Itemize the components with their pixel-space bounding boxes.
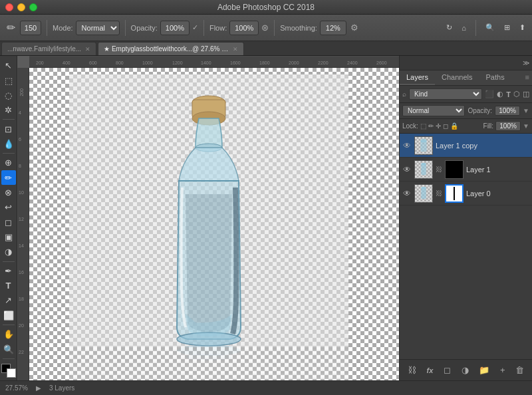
smoothing-input[interactable] — [320, 21, 346, 35]
lock-transparent[interactable]: ⬚ — [420, 122, 426, 130]
svg-text:1200: 1200 — [172, 61, 183, 65]
tool-type[interactable]: T — [1, 279, 16, 293]
svg-text:800: 800 — [116, 61, 124, 65]
filter-icon-shape[interactable]: ⬡ — [513, 90, 520, 98]
mode-select[interactable]: Normal — [76, 21, 120, 35]
tool-heal[interactable]: ⊕ — [1, 156, 16, 170]
search-icon[interactable]: 🔍 — [483, 22, 497, 33]
filter-icon-smart[interactable]: ◫ — [523, 90, 529, 98]
layers-panel-menu[interactable]: ≡ — [523, 70, 532, 85]
lock-position[interactable]: ✛ — [436, 122, 441, 130]
fill-chevron[interactable]: ▼ — [523, 122, 529, 130]
opacity-label: Opacity: — [131, 24, 158, 32]
delete-layer-btn[interactable]: 🗑 — [513, 364, 527, 376]
tool-dodge[interactable]: ◑ — [1, 245, 16, 259]
tool-zoom[interactable]: 🔍 — [1, 342, 16, 356]
tab-layers[interactable]: Layers — [400, 70, 435, 85]
minimize-button[interactable] — [17, 3, 25, 11]
layer-chain-layer0[interactable]: ⛓ — [436, 190, 442, 197]
fill-input[interactable] — [495, 121, 521, 131]
maximize-button[interactable] — [29, 3, 37, 11]
tool-path-select[interactable]: ↗ — [1, 293, 16, 307]
layers-bottom-toolbar: ⛓ fx ◻ ◑ 📁 + 🗑 — [400, 359, 532, 380]
canvas-drawing-area[interactable] — [29, 68, 399, 380]
tool-crop[interactable]: ⊡ — [1, 122, 16, 136]
tool-magic-wand[interactable]: ✲ — [1, 103, 16, 117]
fg-bg-color[interactable] — [1, 364, 16, 378]
symmetry-icon[interactable]: ⌂ — [459, 23, 469, 33]
fx-btn[interactable]: fx — [424, 365, 436, 376]
tool-pen[interactable]: ✒ — [1, 264, 16, 278]
opacity-checkmark[interactable]: ✓ — [192, 23, 198, 32]
svg-text:14: 14 — [19, 243, 24, 248]
canvas-bottom-checker — [29, 347, 399, 380]
opacity-chevron[interactable]: ▼ — [523, 107, 529, 114]
title-bar: Adobe Photoshop CC 2018 — [0, 0, 532, 15]
airbrush-icon[interactable]: ⊛ — [261, 23, 269, 33]
layers-mode-select[interactable]: Normal — [402, 105, 465, 116]
tool-eraser[interactable]: ◻ — [1, 215, 16, 229]
collapse-icon[interactable]: ≫ — [523, 59, 529, 66]
svg-rect-50 — [421, 164, 426, 175]
layer-mask-thumb-layer0 — [445, 184, 464, 203]
filter-icon-adjust[interactable]: ◐ — [497, 90, 503, 98]
tab-paths[interactable]: Paths — [479, 70, 511, 85]
svg-rect-56 — [421, 188, 426, 199]
tools-panel: ↖ ⬚ ◌ ✲ ⊡ 💧 ⊕ ✏ ⊗ ↩ ◻ ▣ ◑ ✒ T ↗ ⬜ ✋ 🔍 — [0, 56, 17, 380]
tool-marquee[interactable]: ⬚ — [1, 73, 16, 87]
tool-shape[interactable]: ⬜ — [1, 309, 16, 323]
layer-visibility-layer0[interactable]: 👁 — [402, 189, 412, 198]
link-layers-btn[interactable]: ⛓ — [405, 364, 419, 376]
tab-1[interactable]: ...nwave.Familylifestyle... ✕ — [1, 42, 96, 55]
tool-eyedropper[interactable]: 💧 — [1, 137, 16, 151]
layers-opacity-input[interactable] — [495, 106, 520, 116]
tool-gradient[interactable]: ▣ — [1, 230, 16, 244]
opacity-input[interactable] — [160, 21, 190, 35]
layer-visibility-layer1copy[interactable]: 👁 — [402, 141, 412, 150]
tool-history-brush[interactable]: ↩ — [1, 200, 16, 214]
tool-clone[interactable]: ⊗ — [1, 186, 16, 199]
share-icon[interactable]: ⬆ — [517, 22, 528, 33]
lock-all[interactable]: 🔒 — [450, 122, 458, 130]
tab-2[interactable]: ★ Emptyglassbottlewithcork...@ 27.6% (La… — [98, 42, 244, 55]
tool-lasso[interactable]: ◌ — [1, 88, 16, 102]
layer-name-layer1copy: Layer 1 copy — [436, 142, 529, 150]
svg-text:2400: 2400 — [347, 61, 358, 65]
group-btn[interactable]: 📁 — [476, 364, 492, 376]
tab-2-close[interactable]: ✕ — [233, 46, 238, 53]
layers-kind-select[interactable]: Kind — [409, 88, 482, 100]
layer-thumb-layer1copy — [414, 136, 433, 155]
add-mask-btn[interactable]: ◻ — [441, 364, 454, 376]
lock-artboard[interactable]: ◻ — [443, 122, 448, 130]
tool-hand[interactable]: ✋ — [1, 327, 16, 341]
filter-icon-pixel[interactable]: ⬛ — [485, 90, 494, 98]
filter-icon-type[interactable]: T — [506, 90, 511, 98]
flow-input[interactable] — [229, 21, 259, 35]
layer-item-layer0[interactable]: 👁 ⛓ — [400, 182, 532, 205]
rotate-icon[interactable]: ↻ — [444, 22, 455, 33]
close-button[interactable] — [5, 3, 13, 11]
arrange-icon[interactable]: ⊞ — [501, 22, 513, 33]
layer-visibility-layer1[interactable]: 👁 — [402, 165, 412, 174]
tab-channels[interactable]: Channels — [435, 70, 479, 85]
svg-text:8: 8 — [19, 164, 21, 168]
svg-text:20: 20 — [19, 323, 24, 328]
tab-1-close[interactable]: ✕ — [85, 46, 90, 53]
layer-item-layer1copy[interactable]: 👁 Layer 1 copy — [400, 134, 532, 158]
layer-item-layer1[interactable]: 👁 ⛓ Layer 1 — [400, 158, 532, 182]
svg-text:10: 10 — [19, 190, 24, 195]
new-layer-btn[interactable]: + — [497, 364, 508, 376]
tool-move[interactable]: ↖ — [1, 59, 16, 72]
background-color[interactable] — [7, 368, 16, 378]
brush-tool-icon[interactable]: ✏ — [4, 20, 18, 35]
tool-brush[interactable]: ✏ — [1, 170, 16, 184]
settings-icon[interactable]: ⚙ — [350, 23, 358, 33]
layers-mode-row: Normal Opacity: ▼ — [400, 103, 532, 119]
layer-chain-layer1[interactable]: ⛓ — [436, 166, 442, 173]
adjustment-btn[interactable]: ◑ — [459, 364, 471, 376]
bottle-svg — [69, 74, 348, 380]
lock-image[interactable]: ✏ — [428, 122, 434, 130]
status-arrow: ▶ — [36, 384, 41, 392]
svg-text:6: 6 — [19, 137, 21, 142]
layers-count: 3 Layers — [49, 384, 74, 392]
